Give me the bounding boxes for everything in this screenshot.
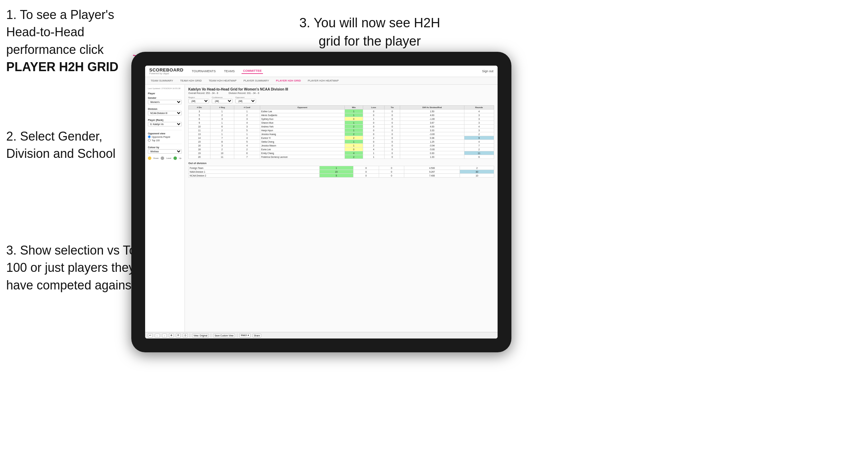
opponent-view-label: Opponent view xyxy=(148,132,182,135)
toolbar-clock[interactable]: ◷ xyxy=(183,333,188,337)
sign-out[interactable]: Sign out xyxy=(482,69,493,73)
player-rank-label: Player (Rank) xyxy=(148,119,182,121)
col-opponent: Opponent xyxy=(260,106,345,109)
col-diff: Diff Av Strokes/Rnd xyxy=(400,106,464,109)
right-panel: Katelyn Vo Head-to-Head Grid for Women's… xyxy=(185,85,498,339)
radio-group: Opponents Played Top 100 xyxy=(148,135,182,142)
player-rank-select[interactable]: 8. Katelyn Vo xyxy=(148,122,182,126)
table-row: 14 7 4 Eunice Yi 2 2 0 0.38 9 xyxy=(189,136,494,140)
table-row: 20 11 7 Federica Domecq Lacroze 2 1 0 1.… xyxy=(189,155,494,159)
col-loss: Loss xyxy=(363,106,384,109)
instruction-3-left: 3. Show selection vs Top 100 or just pla… xyxy=(6,242,144,294)
panel-records: Overall Record: 353 - 34 - 6 Division Re… xyxy=(188,92,494,94)
toolbar-watch[interactable]: Watch ▾ xyxy=(239,333,251,337)
ood-table-row: NCAA Division 2 5 0 0 7.400 10 xyxy=(189,174,494,178)
nav-teams[interactable]: TEAMS xyxy=(223,69,236,74)
instruction-1: 1. To see a Player's Head-to-Head perfor… xyxy=(6,6,134,76)
col-div: # Div xyxy=(189,106,210,109)
table-row: 3 1 1 Esther Lee 1 0 0 1.50 4 xyxy=(189,109,494,113)
col-tie: Tie xyxy=(384,106,400,109)
colour-label: Colour by xyxy=(148,146,182,149)
col-reg: # Reg xyxy=(210,106,234,109)
nav-tournaments[interactable]: TOURNAMENTS xyxy=(190,69,217,74)
sub-nav-player-heatmap[interactable]: PLAYER H2H HEATMAP xyxy=(306,78,340,83)
level-label: Level xyxy=(166,157,171,159)
instruction-2: 2. Select Gender, Division and School xyxy=(6,128,134,163)
colour-select[interactable]: Win/loss xyxy=(148,149,182,154)
table-row: 18 2 2 Euna Lee 0 4 0 -5.00 2 xyxy=(189,147,494,151)
filter-row: Region (All) Conference (All) Opponent xyxy=(188,96,494,103)
up-dot xyxy=(173,156,177,160)
gender-select[interactable]: Women's Men's xyxy=(148,100,182,104)
table-row: 11 2 5 Heejo Hyun 1 0 0 3.33 3 xyxy=(189,128,494,132)
sub-nav-player-summary[interactable]: PLAYER SUMMARY xyxy=(242,78,271,83)
col-win: Win xyxy=(345,106,363,109)
filter-opponent: Opponent (All) xyxy=(235,96,256,103)
toolbar-refresh[interactable]: ⟳ xyxy=(176,333,181,337)
sidebar: Last Updated: 27/03/2024 16:55:38 Player… xyxy=(145,85,185,339)
toolbar-back[interactable]: ← xyxy=(155,334,160,337)
toolbar-sep1 xyxy=(190,333,190,337)
filter-region: Region (All) xyxy=(188,96,209,103)
main-content: Last Updated: 27/03/2024 16:55:38 Player… xyxy=(145,85,498,339)
top-nav: SCOREBOARD Powered by clippd TOURNAMENTS… xyxy=(145,66,498,77)
region-filter-select[interactable]: (All) xyxy=(188,99,209,103)
level-dot xyxy=(161,156,164,160)
tablet-frame: SCOREBOARD Powered by clippd TOURNAMENTS… xyxy=(131,52,511,352)
toolbar-sep2 xyxy=(211,333,211,337)
main-table: # Div # Reg # Conf Opponent Win Loss Tie… xyxy=(188,105,494,159)
out-of-division-label: Out of division xyxy=(188,162,494,165)
gender-label: Gender xyxy=(148,97,182,99)
sub-nav: TEAM SUMMARY TEAM H2H GRID TEAM H2H HEAT… xyxy=(145,77,498,85)
sub-nav-team-summary[interactable]: TEAM SUMMARY xyxy=(149,78,174,83)
table-row: 15 8 5 Stella Cheng 1 0 0 1.25 4 xyxy=(189,140,494,144)
toolbar-undo[interactable]: ↩ xyxy=(148,333,153,337)
divider2 xyxy=(148,144,182,144)
panel-title: Katelyn Vo Head-to-Head Grid for Women's… xyxy=(188,87,494,91)
toolbar-save-custom[interactable]: Save Custom View xyxy=(213,334,235,337)
ood-table-row: NAIA Division 1 15 0 0 9.267 30 xyxy=(189,170,494,174)
division-select[interactable]: NCAA Division III NCAA Division I NCAA D… xyxy=(148,111,182,115)
division-label: Division xyxy=(148,108,182,110)
toolbar-share[interactable]: Share xyxy=(253,334,261,337)
toolbar-view-original[interactable]: View: Original xyxy=(192,334,209,337)
out-of-division-table: Foreign Team 1 0 0 4.500 2 NAIA Division… xyxy=(188,166,494,178)
sub-nav-team-h2h[interactable]: TEAM H2H GRID xyxy=(179,78,203,83)
toolbar-forward[interactable]: → xyxy=(162,334,167,337)
tablet-screen: SCOREBOARD Powered by clippd TOURNAMENTS… xyxy=(145,66,498,339)
col-rounds: Rounds xyxy=(464,106,494,109)
table-row: 5 2 2 Alexis Sudjianto 1 0 0 4.00 3 xyxy=(189,113,494,117)
colour-legend: Down Level Up xyxy=(148,156,182,160)
sub-nav-team-heatmap[interactable]: TEAM H2H HEATMAP xyxy=(207,78,238,83)
toolbar: ↩ ← → ⊕ ⟳ ◷ View: Original Save Custom V… xyxy=(145,332,498,339)
col-conf: # Conf xyxy=(234,106,260,109)
table-row: 9 1 4 Sharon Mun 1 0 0 3.67 3 xyxy=(189,121,494,125)
toolbar-add[interactable]: ⊕ xyxy=(169,333,174,337)
radio-opponents-played[interactable]: Opponents Played xyxy=(148,135,182,138)
timestamp: Last Updated: 27/03/2024 16:55:38 xyxy=(148,87,182,89)
opponent-filter-select[interactable]: (All) xyxy=(235,99,256,103)
table-row: 10 6 3 Andrea York 2 0 0 4.00 4 xyxy=(189,125,494,128)
sub-nav-player-h2h[interactable]: PLAYER H2H GRID xyxy=(275,78,302,83)
toolbar-sep3 xyxy=(237,333,237,337)
radio-top100[interactable]: Top 100 xyxy=(148,139,182,142)
filter-conference: Conference (All) xyxy=(212,96,233,103)
up-label: Up xyxy=(179,157,182,159)
table-row: 16 3 4 Jessica Mason 1 2 0 -0.94 7 xyxy=(189,144,494,147)
table-row: 19 10 6 Emily Chang 4 1 0 0.30 11 xyxy=(189,151,494,155)
down-label: Down xyxy=(153,157,159,159)
conference-filter-select[interactable]: (All) xyxy=(212,99,233,103)
logo: SCOREBOARD Powered by clippd xyxy=(149,68,183,75)
ood-table-row: Foreign Team 1 0 0 4.500 2 xyxy=(189,166,494,170)
down-dot xyxy=(148,156,151,160)
nav-committee[interactable]: COMMITTEE xyxy=(242,68,263,74)
table-row: 13 1 1 Jessica Huang 2 0 0 -3.00 2 xyxy=(189,132,494,136)
player-section: Player xyxy=(148,92,182,95)
nav-items: TOURNAMENTS TEAMS COMMITTEE xyxy=(190,68,475,74)
table-row: 6 3 3 Sydney Kuo 0 1 0 -1.00 3 xyxy=(189,117,494,121)
divider1 xyxy=(148,130,182,130)
